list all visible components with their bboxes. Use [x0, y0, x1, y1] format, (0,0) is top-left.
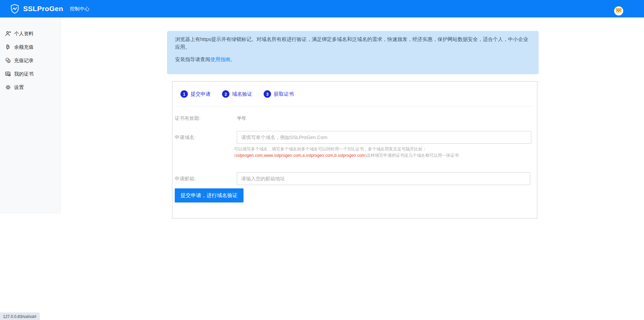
email-label: 申请邮箱:	[175, 172, 237, 185]
brand-name: SSLProGen	[23, 5, 63, 13]
validity-label: 证书有效期:	[175, 115, 237, 122]
usage-guide-link[interactable]: 使用指南。	[210, 56, 235, 62]
shield-pulse-logo-icon	[10, 4, 19, 14]
bitcoin-icon	[5, 44, 11, 50]
domain-input[interactable]	[237, 131, 531, 144]
step-wizard: 1 提交申请 2 域名验证 3 获取证书	[176, 82, 534, 107]
user-avatar[interactable]	[614, 6, 623, 15]
sidebar-item-recharge-history[interactable]: $ 充值记录	[0, 54, 60, 67]
step-1-label: 提交申请	[191, 91, 211, 97]
sidebar-item-label: 余额充值	[14, 44, 34, 50]
step-3-label: 获取证书	[274, 91, 294, 97]
certificate-request-card: 1 提交申请 2 域名验证 3 获取证书 证书有效期: 半年 申请域名: 可以填…	[172, 81, 537, 219]
certificate-icon	[5, 71, 11, 77]
user-plus-icon	[5, 31, 11, 37]
nav-item-control-center[interactable]: 控制中心	[70, 6, 89, 12]
info-notice-box: 浏览器上有https提示并有绿锁标记。对域名所有权进行验证，满足绑定多域名和泛域…	[167, 31, 539, 74]
step-1-badge: 1	[180, 90, 188, 98]
domain-row: 申请域名: 可以填写多个域名，填写多个域名则多个域名可以同时用一个SSL证书，多…	[175, 131, 530, 159]
top-navbar: SSLProGen 控制中心	[0, 0, 644, 17]
sidebar-item-label: 设置	[14, 84, 24, 91]
validity-value: 半年	[237, 115, 247, 122]
domain-field-group: 可以填写多个域名，填写多个域名则多个域名可以同时用一个SSL证书，多个域名用英文…	[237, 131, 534, 159]
step-2-badge: 2	[222, 90, 229, 98]
validity-row: 证书有效期: 半年	[175, 115, 530, 122]
notice-paragraph: 浏览器上有https提示并有绿锁标记。对域名所有权进行验证，满足绑定多域名和泛域…	[175, 35, 531, 51]
sidebar: 个人资料 余额充值 $ 充值记录 我的证书	[0, 17, 61, 213]
notice-install-guide-line: 安装指导请查阅使用指南。	[175, 55, 531, 63]
email-input[interactable]	[237, 172, 530, 185]
domain-help-suffix: )这样填写申请的证书这几个域名都可以用一张证书	[365, 153, 459, 158]
domain-help-text: 可以填写多个域名，填写多个域名则多个域名可以同时用一个SSL证书，多个域名用英文…	[234, 146, 534, 159]
step-submit-request[interactable]: 1 提交申请	[180, 90, 211, 98]
svg-text:$: $	[8, 60, 10, 63]
brand[interactable]: SSLProGen	[10, 4, 63, 14]
submit-application-button[interactable]: 提交申请，进行域名验证	[175, 188, 244, 202]
status-link-text: 127.0.0.83/ssl/ssl#	[3, 314, 36, 319]
domain-help-example: sslprogen.com,www.sslprogen.com,a.sslpro…	[235, 153, 365, 158]
step-3-badge: 3	[264, 90, 271, 98]
sidebar-item-label: 充值记录	[14, 57, 34, 64]
sidebar-item-label: 个人资料	[14, 31, 34, 37]
sidebar-item-recharge[interactable]: 余额充值	[0, 40, 60, 54]
step-2-label: 域名验证	[232, 91, 252, 97]
certificate-form: 证书有效期: 半年 申请域名: 可以填写多个域名，填写多个域名则多个域名可以同时…	[172, 115, 537, 202]
browser-status-link-preview: 127.0.0.83/ssl/ssl#	[0, 313, 40, 320]
email-row: 申请邮箱:	[175, 172, 530, 185]
step-domain-verification[interactable]: 2 域名验证	[222, 90, 252, 98]
sidebar-item-label: 我的证书	[14, 71, 34, 77]
gear-icon	[5, 84, 11, 90]
sidebar-item-settings[interactable]: 设置	[0, 81, 60, 94]
domain-label: 申请域名:	[175, 131, 237, 144]
notice-guide-prefix: 安装指导请查阅	[175, 56, 210, 62]
coins-icon: $	[5, 57, 11, 63]
sidebar-item-my-certificates[interactable]: 我的证书	[0, 67, 60, 81]
step-get-certificate[interactable]: 3 获取证书	[264, 90, 294, 98]
submit-row: 提交申请，进行域名验证	[175, 188, 530, 202]
sidebar-item-profile[interactable]: 个人资料	[0, 27, 60, 40]
